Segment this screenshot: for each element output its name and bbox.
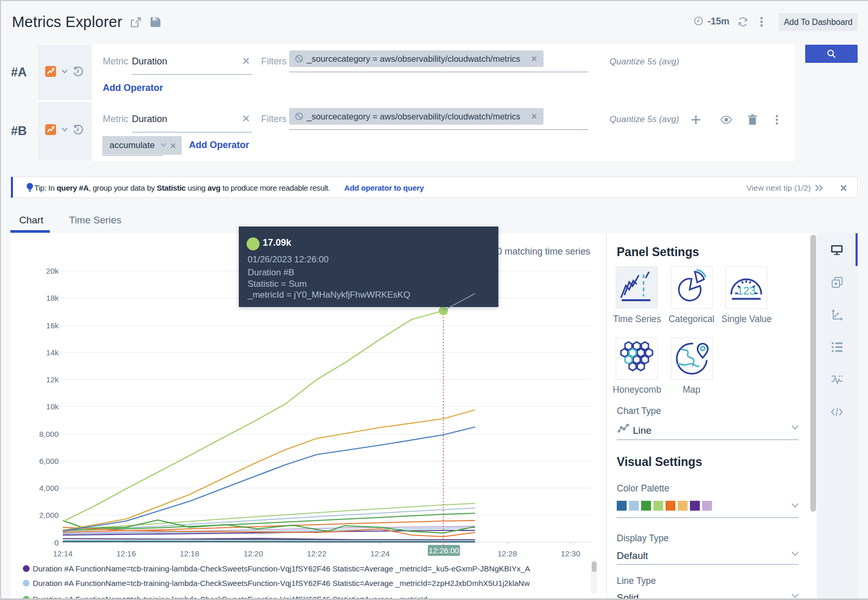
svg-text:123: 123 <box>737 284 755 297</box>
